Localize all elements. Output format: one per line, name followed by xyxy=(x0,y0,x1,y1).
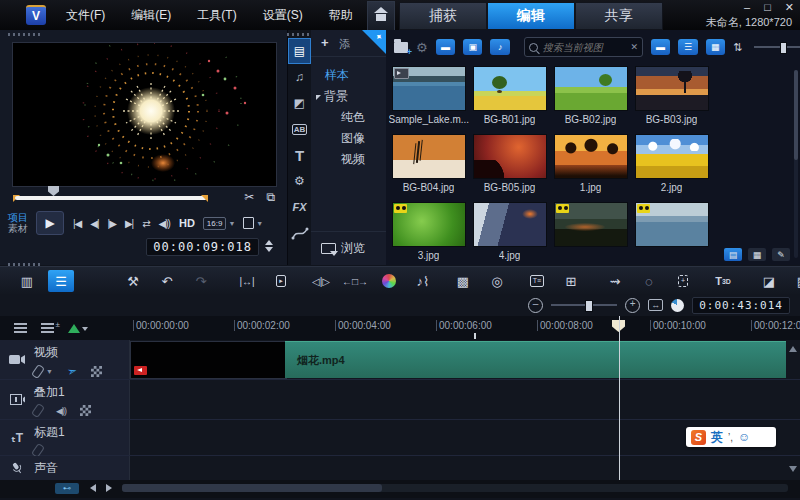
view-thumbnails-icon[interactable]: ▦ xyxy=(706,39,725,55)
home-button[interactable] xyxy=(367,1,395,30)
ripple-edit-icon[interactable]: ➣ xyxy=(65,363,78,379)
filter-audio-icon[interactable]: ♪ xyxy=(490,39,509,55)
tracks-scrollbar[interactable] xyxy=(788,342,800,480)
template-editor-icon[interactable]: ▨ xyxy=(790,270,800,292)
instant-project-icon[interactable]: ◩ xyxy=(288,90,311,116)
hd-toggle[interactable]: HD xyxy=(179,217,195,229)
grid-view-icon[interactable]: ▦ xyxy=(748,248,766,261)
menu-edit[interactable]: 编辑(E) xyxy=(131,7,171,24)
menu-settings[interactable]: 设置(S) xyxy=(263,7,303,24)
timeline-view-icon[interactable]: ☰ xyxy=(48,270,74,292)
thumbnail[interactable] xyxy=(635,202,709,247)
thumbnail[interactable] xyxy=(635,66,709,111)
go-start-button[interactable]: |◀ xyxy=(73,218,81,229)
voice-track-header[interactable]: 声音 ◀)) xyxy=(0,456,130,480)
volume-button[interactable]: ◀)) xyxy=(159,218,170,229)
track-manager-icon[interactable] xyxy=(14,323,27,333)
playhead-line[interactable] xyxy=(619,316,620,480)
thumbnail[interactable] xyxy=(392,202,466,247)
slider-thumb[interactable] xyxy=(585,300,593,312)
thumbnail[interactable] xyxy=(473,66,547,111)
thumbnail[interactable] xyxy=(554,202,628,247)
timeline-ruler[interactable]: 00:00:00:00 00:00:02:00 00:00:04:00 00:0… xyxy=(0,316,800,341)
menu-tools[interactable]: 工具(T) xyxy=(197,7,236,24)
clip-thumbnail-segment[interactable] xyxy=(130,341,287,379)
tab-capture[interactable]: 捕获 xyxy=(399,2,487,30)
library-item[interactable] xyxy=(631,202,712,265)
voice-track-content[interactable] xyxy=(130,456,800,480)
edit-pencil-icon[interactable]: ✎ xyxy=(772,248,790,261)
thumbnail[interactable] xyxy=(392,66,466,111)
thumbnail[interactable] xyxy=(554,66,628,111)
prev-frame-button[interactable]: ◀| xyxy=(90,218,98,229)
sound-mixer-icon[interactable]: ▩ xyxy=(450,270,476,292)
timeline-zoom-slider[interactable] xyxy=(551,304,617,306)
apply-layers-icon[interactable]: ◪ xyxy=(756,270,782,292)
filter-photos-icon[interactable]: ▣ xyxy=(463,39,482,55)
link-dropdown-icon[interactable]: ▼ xyxy=(46,368,53,375)
scrollbar-thumb[interactable] xyxy=(122,484,382,492)
zoom-in-icon[interactable]: + xyxy=(625,298,640,313)
ime-punctuation[interactable]: ’, xyxy=(728,432,733,443)
library-item[interactable] xyxy=(550,202,631,265)
menu-help[interactable]: 帮助 xyxy=(329,7,353,24)
track-audio-icon[interactable]: ◀)) xyxy=(56,406,66,416)
tools-icon[interactable]: ⚒ xyxy=(120,270,146,292)
frame-grab-icon[interactable]: ▸ xyxy=(268,270,294,292)
track-filter-icon[interactable] xyxy=(80,405,91,416)
preview-video[interactable] xyxy=(12,42,277,187)
search-input[interactable] xyxy=(541,41,628,54)
motion-tracking-icon[interactable]: ⇝ xyxy=(602,270,628,292)
category-background[interactable]: 背景 xyxy=(311,86,386,107)
trim-marks-icon[interactable]: |↔| xyxy=(234,270,260,292)
add-category-icon[interactable]: + xyxy=(321,35,329,50)
close-button[interactable]: ✕ xyxy=(785,1,794,14)
zoom-out-icon[interactable]: – xyxy=(528,298,543,313)
storyboard-view-icon[interactable]: ▥ xyxy=(14,270,40,292)
thumbnail[interactable] xyxy=(473,202,547,247)
chapter-point-icon[interactable] xyxy=(68,324,80,333)
scroll-down-icon[interactable] xyxy=(789,466,797,472)
aspect-dropdown-icon[interactable]: ▼ xyxy=(228,220,235,227)
thumbnail[interactable] xyxy=(473,134,547,179)
preview-scrubber[interactable]: ✂ ⧉ xyxy=(0,190,287,206)
search-box[interactable]: ✕ xyxy=(524,37,643,57)
scroll-left-icon[interactable] xyxy=(90,484,96,492)
split-clip-icon[interactable]: ✂ xyxy=(244,190,254,204)
title-track-header[interactable]: ₜT 标题1 xyxy=(0,420,130,455)
ime-emoji-icon[interactable]: ☺ xyxy=(738,430,750,444)
sort-icon[interactable]: ⇅ xyxy=(733,41,742,54)
loop-button[interactable]: ⇄ xyxy=(142,218,149,229)
scroll-up-icon[interactable] xyxy=(789,346,797,352)
ime-toolbar[interactable]: S 英 ’, ☺ xyxy=(686,427,776,447)
add-track-icon[interactable] xyxy=(41,323,54,333)
view-strip-icon[interactable]: ▬ xyxy=(651,39,670,55)
timeline-clip[interactable]: 烟花.mp4 xyxy=(285,341,786,378)
undo-icon[interactable]: ↶ xyxy=(154,270,180,292)
library-options-icon[interactable]: ⚙ xyxy=(416,40,428,55)
audio-mixer-icon[interactable]: ♪⌇ xyxy=(410,270,436,292)
video-track-header[interactable]: 视频 ▼ ➣ xyxy=(0,340,130,379)
scroll-right-icon[interactable] xyxy=(106,484,112,492)
library-item[interactable]: 2.jpg xyxy=(631,134,712,202)
library-item[interactable]: 1.jpg xyxy=(550,134,631,202)
maximize-button[interactable]: □ xyxy=(764,1,771,14)
link-clips-icon[interactable] xyxy=(31,363,45,378)
library-item[interactable]: BG-B01.jpg xyxy=(469,66,550,134)
browse-button[interactable]: 浏览 xyxy=(311,231,396,257)
import-media-icon[interactable] xyxy=(394,42,408,53)
3d-title-icon[interactable]: T3D xyxy=(710,270,736,292)
next-frame-button[interactable]: |▶ xyxy=(108,218,116,229)
category-image[interactable]: 图像 xyxy=(311,128,386,149)
ripple-expand-icon[interactable]: ←□→ xyxy=(342,270,368,292)
library-item[interactable]: 4.jpg xyxy=(469,202,550,265)
filter-fx-icon[interactable]: FX xyxy=(288,194,311,220)
play-button[interactable]: ▶ xyxy=(36,211,64,235)
batch-render-icon[interactable]: ◎ xyxy=(484,270,510,292)
library-item[interactable]: BG-B05.jpg xyxy=(469,134,550,202)
sogou-logo-icon[interactable]: S xyxy=(691,430,706,445)
tab-share[interactable]: 共享 xyxy=(575,2,663,30)
filter-videos-icon[interactable]: ▬ xyxy=(436,39,455,55)
enlarge-preview-icon[interactable]: ⧉ xyxy=(266,190,275,204)
title-icon[interactable]: T xyxy=(288,142,311,168)
